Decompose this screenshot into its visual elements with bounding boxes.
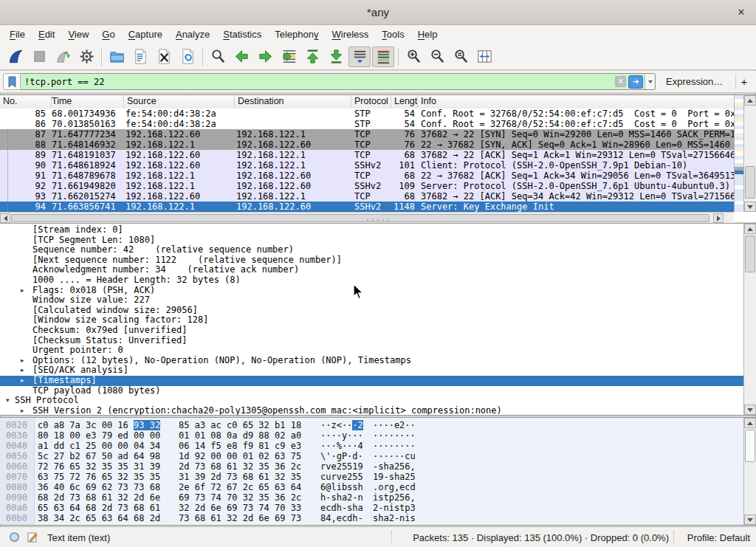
collapsed-arrow-icon[interactable]: ▸ [21, 356, 24, 366]
menu-tools[interactable]: Tools [375, 27, 410, 42]
go-forward-button[interactable] [254, 47, 276, 67]
column-header-time[interactable]: Time [49, 95, 124, 108]
hex-row-0090[interactable]: 009068 2d 73 68 61 32 2d 6e69 73 74 70 3… [0, 492, 743, 503]
capture-comment-button[interactable] [27, 531, 38, 546]
menu-edit[interactable]: Edit [32, 27, 61, 42]
title-bar[interactable]: *any ✕ [0, 0, 756, 25]
zoom-in-button[interactable] [402, 47, 425, 67]
pane-splitter[interactable] [367, 219, 389, 221]
detail-line[interactable]: ▸Flags: 0x018 (PSH, ACK) [0, 286, 743, 296]
menu-analyze[interactable]: Analyze [169, 27, 216, 42]
collapsed-arrow-icon[interactable]: ▸ [21, 286, 24, 296]
detail-line[interactable]: [Calculated window size: 29056] [0, 306, 743, 316]
menu-statistics[interactable]: Statistics [216, 27, 268, 42]
packet-row-90[interactable]: 9071.648618924192.168.122.60192.168.122.… [0, 160, 734, 171]
collapsed-arrow-icon[interactable]: ▸ [21, 376, 24, 386]
go-to-packet-button[interactable] [278, 47, 300, 67]
collapsed-arrow-icon[interactable]: ▸ [21, 365, 24, 376]
scrollbar-thumb[interactable] [11, 214, 709, 222]
menu-wireless[interactable]: Wireless [326, 27, 376, 42]
go-last-button[interactable] [325, 47, 347, 67]
restart-capture-button[interactable] [52, 47, 74, 67]
packet-list-vscrollbar[interactable] [743, 95, 756, 212]
stop-capture-button[interactable] [28, 47, 50, 67]
scrollbar-thumb[interactable] [745, 235, 755, 272]
detail-line[interactable]: [Window size scaling factor: 128] [0, 315, 743, 326]
detail-line[interactable]: ▸[SEQ/ACK analysis] [0, 365, 743, 376]
scrollbar-thumb[interactable] [745, 166, 755, 199]
filter-history-dropdown[interactable] [645, 74, 655, 89]
expression-button[interactable]: Expression… [666, 76, 723, 87]
open-file-button[interactable] [106, 47, 128, 67]
detail-line[interactable]: [Checksum Status: Unverified] [0, 336, 743, 346]
close-window-button[interactable]: ✕ [735, 6, 747, 18]
filter-clear-button[interactable]: ✕ [615, 76, 626, 87]
display-filter-input[interactable] [21, 76, 615, 88]
detail-line[interactable]: [Next sequence number: 1122 (relative se… [0, 255, 743, 266]
packet-list-minimap[interactable] [734, 95, 743, 212]
hex-row-0080[interactable]: 008036 40 6c 69 62 73 73 682e 6f 72 67 2… [0, 482, 743, 492]
column-header-no[interactable]: No. [0, 95, 52, 108]
hex-row-00a0[interactable]: 00a065 63 64 68 2d 73 68 6132 2d 6e 69 7… [0, 503, 743, 513]
detail-line[interactable]: ▸SSH Version 2 (encryption:chacha20-poly… [0, 406, 743, 416]
column-header-length[interactable]: Length [391, 95, 418, 108]
save-file-button[interactable] [129, 47, 151, 67]
expanded-arrow-icon[interactable]: ▾ [6, 396, 10, 406]
filter-bookmark-button[interactable] [3, 73, 21, 90]
detail-line[interactable]: Window size value: 227 [0, 295, 743, 306]
packet-row-91[interactable]: 9171.648789678192.168.122.1192.168.122.6… [0, 171, 734, 181]
column-header-info[interactable]: Info [418, 95, 735, 108]
detail-line[interactable]: TCP payload (1080 bytes) [0, 386, 743, 396]
menu-telephony[interactable]: Telephony [268, 27, 325, 42]
close-file-button[interactable] [153, 47, 175, 67]
hex-row-00b0[interactable]: 00b038 34 2c 65 63 64 68 2d73 68 61 32 2… [0, 513, 743, 523]
packet-row-92[interactable]: 9271.661949820192.168.122.1192.168.122.6… [0, 181, 734, 191]
profile-status[interactable]: Profile: Default [687, 532, 750, 543]
reload-file-button[interactable] [176, 47, 199, 67]
menu-go[interactable]: Go [95, 27, 121, 42]
packet-row-88[interactable]: 8871.648146932192.168.122.1192.168.122.6… [0, 140, 734, 150]
scroll-left-button[interactable] [0, 213, 10, 223]
scroll-right-button[interactable] [713, 213, 724, 223]
hex-vscrollbar[interactable] [743, 418, 756, 525]
resize-columns-button[interactable] [473, 47, 495, 67]
detail-line[interactable]: Sequence number: 42 (relative sequence n… [0, 245, 743, 255]
detail-line[interactable]: ▾SSH Protocol [0, 396, 743, 406]
scroll-up-button[interactable] [744, 224, 756, 234]
hex-row-0070[interactable]: 007063 75 72 76 65 32 35 3531 39 2d 73 6… [0, 472, 743, 482]
detail-line[interactable]: Acknowledgment number: 34 (relative ack … [0, 265, 743, 275]
detail-line[interactable]: ▸Options: (12 bytes), No-Operation (NOP)… [0, 356, 743, 366]
start-capture-button[interactable] [4, 47, 27, 67]
packet-row-94[interactable]: 9471.663856741192.168.122.1192.168.122.6… [0, 202, 734, 212]
scroll-up-button[interactable] [744, 95, 756, 106]
scroll-down-button[interactable] [744, 405, 756, 415]
auto-scroll-button[interactable] [348, 47, 371, 67]
zoom-original-button[interactable] [450, 47, 472, 67]
filter-apply-button[interactable]: ➜ [628, 75, 643, 89]
menu-view[interactable]: View [61, 27, 95, 42]
hex-row-0030[interactable]: 003080 18 00 e3 79 ed 00 0001 01 08 0a d… [0, 430, 743, 441]
detail-line[interactable]: [TCP Segment Len: 1080] [0, 235, 743, 246]
menu-file[interactable]: File [3, 27, 32, 42]
zoom-out-button[interactable] [426, 47, 448, 67]
detail-line[interactable]: 1000 .... = Header Length: 32 bytes (8) [0, 275, 743, 286]
scroll-up-button[interactable] [744, 418, 756, 428]
packet-row-93[interactable]: 9371.662015274192.168.122.60192.168.122.… [0, 191, 734, 202]
details-vscrollbar[interactable] [743, 224, 756, 415]
hex-row-0040[interactable]: 0040a1 dd c1 25 00 00 04 3406 14 f5 e8 f… [0, 441, 743, 451]
scrollbar-thumb[interactable] [745, 430, 755, 462]
menu-capture[interactable]: Capture [122, 27, 169, 42]
scroll-down-button[interactable] [744, 202, 756, 212]
packet-list-header[interactable]: No.TimeSourceDestinationProtocolLengthIn… [0, 95, 756, 109]
collapsed-arrow-icon[interactable]: ▸ [21, 406, 24, 416]
packet-row-89[interactable]: 8971.648191037192.168.122.60192.168.122.… [0, 150, 734, 160]
detail-line[interactable]: Urgent pointer: 0 [0, 345, 743, 356]
packet-row-85[interactable]: 8568.001734936fe:54:00:d4:38:2aSTP54Conf… [0, 109, 734, 119]
go-first-button[interactable] [301, 47, 323, 67]
menu-help[interactable]: Help [411, 27, 444, 42]
hex-row-0060[interactable]: 006072 76 65 32 35 35 31 392d 73 68 61 3… [0, 461, 743, 472]
detail-line[interactable]: ▸[Timestamps] [0, 376, 743, 386]
expert-info-button[interactable] [9, 531, 20, 545]
column-header-protocol[interactable]: Protocol [351, 95, 391, 108]
find-packet-button[interactable] [207, 47, 229, 67]
